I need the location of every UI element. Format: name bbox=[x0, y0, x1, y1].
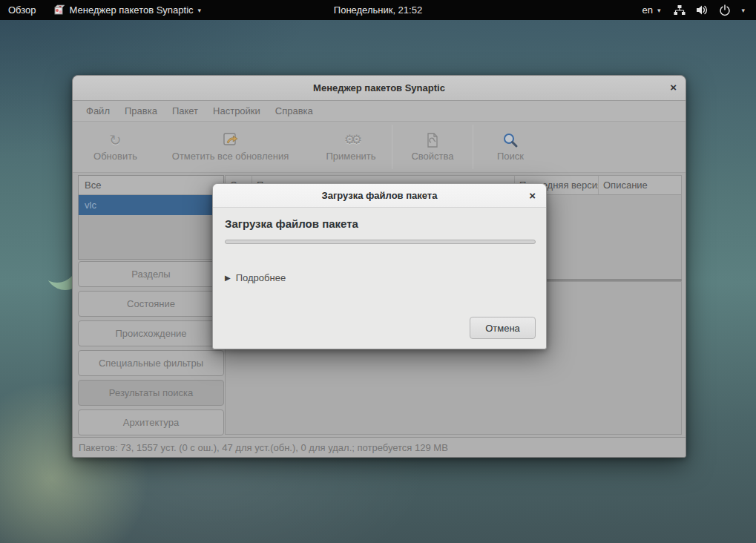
synaptic-package-icon bbox=[53, 4, 65, 16]
sidebar-button-architecture[interactable]: Архитектура bbox=[78, 409, 224, 435]
reload-button[interactable]: ↻ Обновить bbox=[80, 122, 151, 172]
expander-label: Подробнее bbox=[236, 272, 286, 283]
statusbar: Пакетов: 73, 1557 уст. (0 с ош.), 47 для… bbox=[73, 437, 686, 457]
wired-network-icon[interactable] bbox=[668, 0, 691, 20]
menu-edit[interactable]: Правка bbox=[117, 101, 165, 121]
clock[interactable]: Понедельник, 21:52 bbox=[334, 4, 422, 16]
dialog-close-button[interactable]: × bbox=[529, 190, 536, 201]
dialog-heading: Загрузка файлов пакета bbox=[225, 217, 358, 230]
dialog-title: Загрузка файлов пакета bbox=[322, 190, 438, 201]
search-button[interactable]: Поиск bbox=[473, 122, 548, 172]
dialog-titlebar[interactable]: Загрузка файлов пакета × bbox=[213, 184, 546, 208]
refresh-icon: ↻ bbox=[109, 132, 122, 148]
apply-gears-icon: ⚙⚙ bbox=[344, 132, 358, 148]
apply-button[interactable]: ⚙⚙ Применить bbox=[310, 122, 392, 172]
menubar: Файл Правка Пакет Настройки Справка bbox=[73, 101, 686, 122]
sidebar-button-search-results[interactable]: Результаты поиска bbox=[78, 380, 224, 406]
menu-help[interactable]: Справка bbox=[268, 101, 321, 121]
search-icon bbox=[502, 132, 519, 148]
keyboard-layout-button[interactable]: en ▾ bbox=[634, 0, 668, 20]
chevron-down-icon: ▾ bbox=[657, 7, 661, 14]
gnome-top-bar: Обзор Менеджер пакетов Synaptic ▾ Понеде… bbox=[0, 0, 756, 20]
filter-list: Все vlc bbox=[78, 175, 224, 260]
menu-settings[interactable]: Настройки bbox=[206, 101, 268, 121]
properties-icon bbox=[425, 132, 440, 148]
download-dialog: Загрузка файлов пакета × Загрузка файлов… bbox=[212, 183, 547, 349]
sidebar-button-origin[interactable]: Происхождение bbox=[78, 320, 224, 346]
window-titlebar[interactable]: Менеджер пакетов Synaptic × bbox=[73, 76, 686, 101]
filter-list-item-vlc[interactable]: vlc bbox=[79, 195, 223, 215]
keyboard-layout-label: en bbox=[642, 4, 652, 16]
cancel-button[interactable]: Отмена bbox=[470, 317, 536, 339]
filter-list-header[interactable]: Все bbox=[79, 176, 223, 195]
app-menu-label: Менеджер пакетов Synaptic bbox=[70, 4, 194, 16]
properties-button[interactable]: Свойства bbox=[392, 122, 473, 172]
power-icon[interactable] bbox=[714, 0, 736, 20]
activities-label: Обзор bbox=[8, 4, 36, 16]
system-menu-chevron-icon[interactable]: ▾ bbox=[736, 0, 750, 20]
toolbar: ↻ Обновить Отметить все обновления ⚙⚙ Пр… bbox=[73, 122, 686, 173]
expander-triangle-icon: ▶ bbox=[225, 274, 231, 282]
window-title: Менеджер пакетов Synaptic bbox=[313, 82, 445, 93]
download-progressbar bbox=[225, 240, 536, 244]
menu-file[interactable]: Файл bbox=[79, 101, 117, 121]
statusbar-text: Пакетов: 73, 1557 уст. (0 с ош.), 47 для… bbox=[79, 442, 448, 453]
speaker-volume-icon[interactable] bbox=[691, 0, 714, 20]
sidebar-button-custom-filters[interactable]: Специальные фильтры bbox=[78, 350, 224, 376]
mark-all-upgrades-button[interactable]: Отметить все обновления bbox=[151, 122, 310, 172]
menu-package[interactable]: Пакет bbox=[165, 101, 206, 121]
window-close-button[interactable]: × bbox=[670, 82, 677, 93]
column-description[interactable]: Описание bbox=[599, 176, 681, 194]
mark-all-upgrades-icon bbox=[222, 132, 240, 148]
activities-button[interactable]: Обзор bbox=[0, 0, 45, 20]
details-expander[interactable]: ▶ Подробнее bbox=[225, 272, 286, 283]
app-menu-button[interactable]: Менеджер пакетов Synaptic ▾ bbox=[45, 0, 210, 20]
chevron-down-icon: ▾ bbox=[198, 7, 202, 14]
sidebar-button-status[interactable]: Состояние bbox=[78, 291, 224, 317]
sidebar-button-sections[interactable]: Разделы bbox=[78, 261, 224, 287]
